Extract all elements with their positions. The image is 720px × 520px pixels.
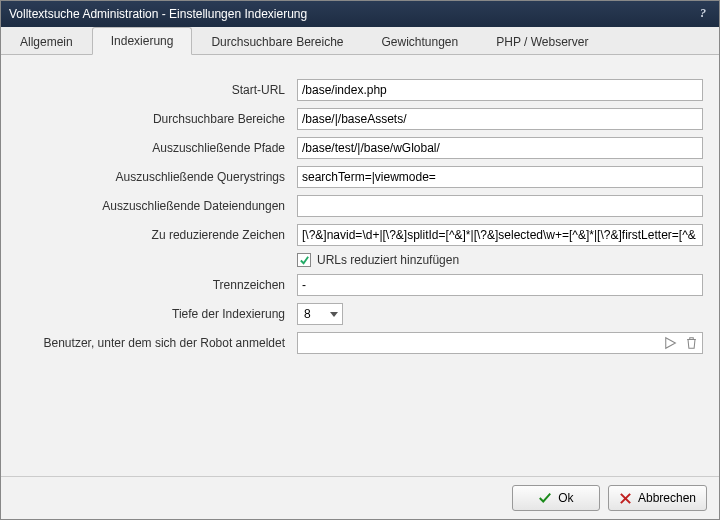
pick-user-icon[interactable] — [662, 334, 680, 352]
window-title: Volltextsuche Administration - Einstellu… — [9, 7, 695, 21]
input-exclude-query[interactable] — [297, 166, 703, 188]
tab-php-webserver[interactable]: PHP / Webserver — [477, 28, 607, 55]
input-exclude-ext[interactable] — [297, 195, 703, 217]
input-exclude-paths[interactable] — [297, 137, 703, 159]
ok-button[interactable]: Ok — [512, 485, 600, 511]
select-depth-value: 8 — [304, 307, 311, 321]
dialog-window: Volltextsuche Administration - Einstellu… — [0, 0, 720, 520]
input-robot-user[interactable] — [297, 332, 703, 354]
tab-gewichtungen[interactable]: Gewichtungen — [363, 28, 478, 55]
titlebar: Volltextsuche Administration - Einstellu… — [1, 1, 719, 27]
select-depth[interactable]: 8 — [297, 303, 343, 325]
close-icon — [619, 492, 632, 505]
tab-indexierung[interactable]: Indexierung — [92, 27, 193, 55]
input-search-areas[interactable] — [297, 108, 703, 130]
dialog-footer: Ok Abbrechen — [1, 476, 719, 519]
label-reduce-chars: Zu reduzierende Zeichen — [17, 228, 297, 242]
checkbox-label: URLs reduziert hinzufügen — [317, 253, 459, 267]
label-separator: Trennzeichen — [17, 278, 297, 292]
form-content: Start-URL Durchsuchbare Bereiche Auszusc… — [1, 55, 719, 476]
label-exclude-query: Auszuschließende Querystrings — [17, 170, 297, 184]
chevron-down-icon — [330, 312, 338, 317]
label-exclude-paths: Auszuschließende Pfade — [17, 141, 297, 155]
cancel-button-label: Abbrechen — [638, 491, 696, 505]
label-depth: Tiefe der Indexierung — [17, 307, 297, 321]
label-search-areas: Durchsuchbare Bereiche — [17, 112, 297, 126]
input-start-url[interactable] — [297, 79, 703, 101]
robot-user-field — [297, 332, 703, 354]
cancel-button[interactable]: Abbrechen — [608, 485, 707, 511]
ok-button-label: Ok — [558, 491, 573, 505]
input-separator[interactable] — [297, 274, 703, 296]
help-icon[interactable]: ? — [695, 6, 711, 22]
tab-bar: Allgemein Indexierung Durchsuchbare Bere… — [1, 27, 719, 55]
label-robot-user: Benutzer, unter dem sich der Robot anmel… — [17, 336, 297, 350]
tab-durchsuchbare-bereiche[interactable]: Durchsuchbare Bereiche — [192, 28, 362, 55]
label-start-url: Start-URL — [17, 83, 297, 97]
tab-allgemein[interactable]: Allgemein — [1, 28, 92, 55]
checkbox-urls-reduced[interactable]: URLs reduziert hinzufügen — [297, 253, 459, 267]
check-icon — [538, 491, 552, 505]
input-reduce-chars[interactable] — [297, 224, 703, 246]
clear-user-icon[interactable] — [682, 334, 700, 352]
label-exclude-ext: Auszuschließende Dateiendungen — [17, 199, 297, 213]
check-icon — [297, 253, 311, 267]
